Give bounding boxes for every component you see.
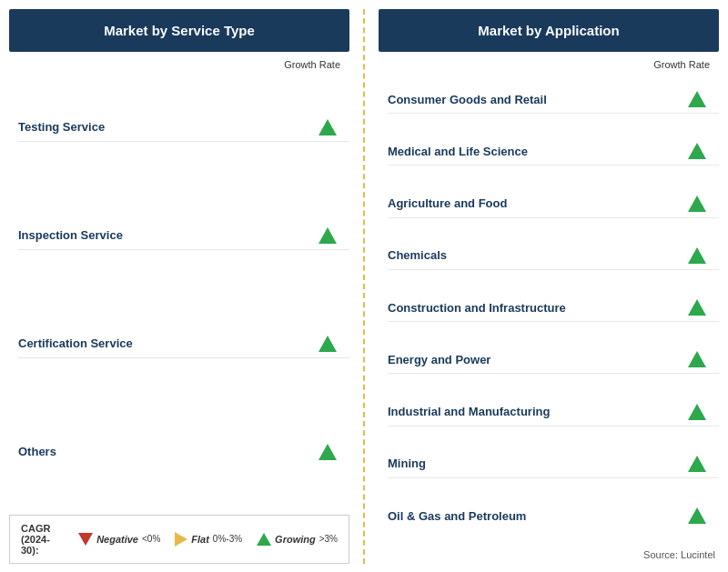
arrow-right-icon	[175, 532, 187, 547]
table-row: Chemicals	[388, 242, 719, 270]
legend-negative: Negative <0%	[78, 533, 160, 546]
arrow-up-icon	[688, 404, 706, 420]
item-label: Chemicals	[388, 248, 447, 262]
right-panel: Market by Application Growth Rate Consum…	[379, 9, 719, 564]
table-row: Others	[18, 438, 349, 466]
source-text: Source: Lucintel	[379, 549, 719, 560]
arrow-up-icon	[688, 91, 706, 107]
table-row: Agriculture and Food	[388, 190, 719, 218]
arrow-up-icon	[688, 351, 706, 367]
cagr-label: CAGR(2024-30):	[21, 523, 64, 556]
table-row: Certification Service	[18, 330, 349, 358]
item-label: Certification Service	[18, 336, 133, 350]
flat-range: 0%-3%	[213, 534, 242, 544]
right-panel-title: Market by Application	[379, 9, 719, 53]
arrow-up-icon	[688, 247, 706, 264]
growing-label: Growing	[275, 534, 316, 545]
arrow-up-icon	[688, 299, 706, 316]
arrow-down-icon	[78, 533, 93, 546]
item-label: Mining	[388, 457, 426, 470]
table-row: Industrial and Manufacturing	[388, 398, 719, 426]
arrow-up-icon	[318, 336, 337, 352]
legend-box: CAGR(2024-30): Negative <0% Flat 0%-3% G…	[9, 515, 349, 564]
left-panel: Market by Service Type Growth Rate Testi…	[9, 9, 349, 564]
item-label: Inspection Service	[18, 228, 123, 242]
item-label: Oil & Gas and Petroleum	[388, 509, 526, 523]
arrow-up-icon	[688, 456, 706, 472]
table-row: Inspection Service	[18, 222, 349, 250]
item-label: Agriculture and Food	[388, 196, 507, 210]
arrow-up-icon	[318, 444, 337, 460]
table-row: Construction and Infrastructure	[388, 294, 719, 322]
panel-divider	[363, 9, 365, 564]
left-item-list: Testing Service Inspection Service Certi…	[9, 74, 349, 506]
item-label: Medical and Life Science	[388, 145, 528, 158]
table-row: Medical and Life Science	[388, 137, 719, 166]
item-label: Energy and Power	[388, 353, 490, 366]
right-panel-bottom: Source: Lucintel	[379, 542, 719, 564]
item-label: Construction and Infrastructure	[388, 301, 566, 315]
table-row: Mining	[388, 450, 719, 478]
item-label: Consumer Goods and Retail	[388, 93, 547, 106]
item-label: Others	[18, 445, 56, 458]
table-row: Energy and Power	[388, 346, 719, 374]
arrow-up-sm-icon	[257, 533, 271, 546]
right-item-list: Consumer Goods and Retail Medical and Li…	[379, 74, 719, 542]
main-container: Market by Service Type Growth Rate Testi…	[9, 9, 719, 564]
arrow-up-icon	[688, 507, 706, 524]
legend-flat: Flat 0%-3%	[175, 532, 242, 547]
right-growth-rate-label: Growth Rate	[379, 52, 719, 74]
negative-range: <0%	[142, 534, 160, 544]
item-label: Industrial and Manufacturing	[388, 405, 550, 418]
table-row: Oil & Gas and Petroleum	[388, 502, 719, 529]
arrow-up-icon	[318, 227, 337, 244]
table-row: Testing Service	[18, 114, 349, 142]
flat-label: Flat	[191, 534, 209, 545]
growing-range: >3%	[319, 534, 338, 544]
arrow-up-icon	[318, 119, 337, 135]
item-label: Testing Service	[18, 120, 105, 134]
arrow-up-icon	[688, 196, 706, 212]
negative-label: Negative	[96, 534, 138, 545]
arrow-up-icon	[688, 143, 706, 159]
table-row: Consumer Goods and Retail	[388, 85, 719, 114]
left-growth-rate-label: Growth Rate	[9, 52, 349, 74]
legend-growing: Growing >3%	[257, 533, 338, 546]
left-panel-title: Market by Service Type	[9, 9, 349, 53]
